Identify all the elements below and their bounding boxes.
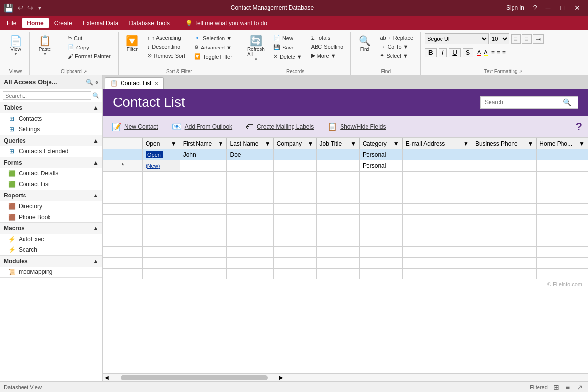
nav-item-contacts-extended[interactable]: ⊞ Contacts Extended [0,146,102,157]
col-header-category[interactable]: Category ▼ [360,138,403,149]
new-row-company[interactable] [273,160,317,172]
bold-button[interactable]: B [425,48,437,57]
row1-first-name[interactable]: John [180,149,227,160]
menu-file[interactable]: File [2,18,21,28]
col-header-open[interactable]: Open ▼ [143,138,180,149]
list-button-2[interactable]: ≡ [522,34,532,44]
menu-external-data[interactable]: External Data [78,18,123,28]
hscroll-right-arrow[interactable]: ▶ [277,375,285,380]
font-color-button[interactable]: A [477,49,481,56]
forms-header[interactable]: Forms ▲ [0,157,102,168]
col-header-business-phone[interactable]: Business Phone ▼ [472,138,536,149]
new-row-job-title[interactable] [317,160,360,172]
find-button[interactable]: 🔍 Find [355,33,374,54]
new-record-button[interactable]: 📄 New [270,33,306,43]
view-button[interactable]: 📄 View ▼ [6,33,25,59]
col-header-company[interactable]: Company ▼ [273,138,317,149]
nav-search-input[interactable] [3,91,91,100]
delete-record-button[interactable]: ✕ Delete ▼ [270,52,306,61]
row1-home-phone[interactable] [537,149,588,160]
nav-item-contact-list[interactable]: 🟩 Contact List [0,179,102,190]
col-category-dropdown[interactable]: ▼ [393,140,399,147]
more-button[interactable]: ▶ More ▼ [308,51,347,60]
copy-button[interactable]: 📄 Copy [64,43,114,52]
close-button[interactable]: ✕ [570,3,584,13]
descending-button[interactable]: ↓ Descending [144,42,189,51]
col-header-last-name[interactable]: Last Name ▼ [227,138,273,149]
list-button-1[interactable]: ≡ [511,34,521,44]
col-header-first-name[interactable]: First Name ▼ [180,138,227,149]
redo-icon[interactable]: ↪ [27,4,33,12]
contact-list-tab[interactable]: 📋 Contact List ✕ [105,77,164,89]
sign-in-button[interactable]: Sign in [502,2,528,13]
macros-header[interactable]: Macros ▲ [0,223,102,234]
status-view-icon-3[interactable]: ↗ [575,383,584,391]
row1-email[interactable] [402,149,472,160]
nav-item-search-macro[interactable]: ⚡ Search [0,245,102,255]
format-painter-button[interactable]: 🖌 Format Painter [64,52,114,61]
align-left-button[interactable]: ≡ [491,49,495,56]
ascending-button[interactable]: ↑ ↑ Ascending [144,33,189,42]
align-right-button[interactable]: ≡ [502,49,506,56]
remove-sort-button[interactable]: ⊘ Remove Sort [144,51,189,60]
minimize-button[interactable]: ─ [542,3,555,13]
form-search-input[interactable] [485,99,563,106]
row1-last-name[interactable]: Doe [227,149,273,160]
show-hide-fields-button[interactable]: 📋 Show/Hide Fields [324,120,389,133]
help-button[interactable]: ? [530,3,540,13]
undo-icon[interactable]: ↩ [18,4,24,12]
menu-create[interactable]: Create [49,18,77,28]
maximize-button[interactable]: □ [557,3,568,13]
row1-job-title[interactable] [317,149,360,160]
form-help-icon[interactable]: ? [576,121,582,133]
col-header-job-title[interactable]: Job Title ▼ [317,138,360,149]
advanced-button[interactable]: ⚙ Advanced ▼ [191,43,236,52]
expand-button[interactable]: ⇥ [533,34,544,44]
col-job-title-dropdown[interactable]: ▼ [350,140,356,147]
col-home-phone-dropdown[interactable]: ▼ [579,140,585,147]
col-last-name-dropdown[interactable]: ▼ [265,140,270,147]
row1-open-cell[interactable]: Open [143,149,180,160]
row1-open-value[interactable]: Open [146,151,163,158]
new-row-first-name[interactable] [180,160,227,172]
new-row-category[interactable]: Personal [360,160,403,172]
nav-item-directory[interactable]: 🟫 Directory [0,201,102,212]
col-company-dropdown[interactable]: ▼ [308,140,314,147]
new-row-business-phone[interactable] [472,160,536,172]
save-icon[interactable]: 💾 [4,3,14,13]
nav-item-contacts[interactable]: ⊞ Contacts [0,113,102,124]
tables-header[interactable]: Tables ▲ [0,102,102,113]
menu-database-tools[interactable]: Database Tools [124,18,174,28]
row1-company[interactable] [273,149,317,160]
search-toggle-icon[interactable]: 🔍 [86,79,93,86]
col-open-dropdown[interactable]: ▼ [171,140,177,147]
font-size-select[interactable]: 10 [490,33,509,44]
col-first-name-dropdown[interactable]: ▼ [218,140,224,147]
col-email-dropdown[interactable]: ▼ [463,140,469,147]
status-view-icon-2[interactable]: ≡ [564,383,571,391]
nav-item-settings[interactable]: ⊞ Settings [0,124,102,135]
quick-access-dropdown[interactable]: ▼ [37,5,42,11]
menu-home[interactable]: Home [22,18,48,28]
filter-button[interactable]: 🔽 Filter [122,33,142,54]
tell-me-bar[interactable]: 💡 Tell me what you want to do [185,20,267,26]
refresh-all-button[interactable]: 🔄 RefreshAll ▼ [244,33,268,64]
italic-button[interactable]: I [439,48,447,57]
row1-category[interactable]: Personal [360,149,403,160]
hscroll-left-arrow[interactable]: ◀ [103,375,111,380]
strikethrough-button[interactable]: S̶ [463,48,473,57]
nav-item-phone-book[interactable]: 🟫 Phone Book [0,212,102,222]
goto-button[interactable]: → Go To ▼ [376,42,416,51]
highlight-color-button[interactable]: A [484,49,487,56]
save-record-button[interactable]: 💾 Save [270,43,306,52]
panel-menu-icon[interactable]: « [95,79,98,86]
font-select[interactable]: Segoe UI [425,33,489,44]
row1-business-phone[interactable] [472,149,536,160]
hscroll-bar[interactable] [121,375,268,380]
horizontal-scrollbar[interactable]: ◀ ▶ [103,373,588,381]
new-row-last-name[interactable] [227,160,273,172]
status-view-icon-1[interactable]: ⊞ [552,383,561,391]
selection-button[interactable]: 🔹 Selection ▼ [191,33,236,43]
select-button[interactable]: ✦ Select ▼ [376,51,416,60]
col-business-phone-dropdown[interactable]: ▼ [527,140,533,147]
